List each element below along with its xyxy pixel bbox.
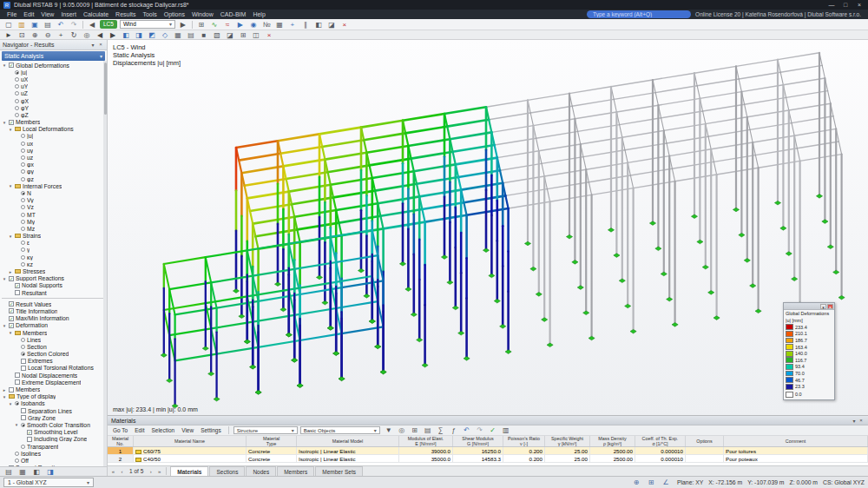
menu-options[interactable]: Options	[161, 10, 188, 19]
table-cell[interactable]: 25.00	[545, 455, 590, 462]
tree-item-r-20[interactable]: Vz	[0, 204, 107, 211]
expander-icon[interactable]: ▾	[14, 422, 19, 427]
minimize-button[interactable]: —	[826, 2, 837, 8]
table-search-icon[interactable]: ◎	[396, 425, 408, 435]
tree-item-d-14[interactable]: ▾Isobands	[0, 400, 107, 407]
last-table-button[interactable]: »	[155, 469, 163, 474]
new-window-icon[interactable]: ⊞	[237, 30, 249, 40]
previous-view-icon[interactable]: ◀	[94, 30, 106, 40]
view-x-icon[interactable]: ◧	[120, 30, 132, 40]
menu-view[interactable]: View	[37, 10, 57, 19]
next-loadcase-button[interactable]: ▶	[177, 20, 189, 30]
tree-item-d-16[interactable]: Gray Zone	[0, 414, 107, 421]
table-cell[interactable]: 0.000010	[635, 455, 686, 462]
tree-item-d-15[interactable]: Separation Lines	[0, 407, 107, 414]
tree-item-r-16[interactable]: φz	[0, 175, 107, 182]
previous-loadcase-button[interactable]: ◀	[86, 20, 98, 30]
view-select[interactable]: 1 - Global XYZ ▾	[3, 478, 94, 487]
table-cell[interactable]: 0.000010	[635, 447, 686, 454]
open-icon[interactable]: ▥	[16, 20, 28, 30]
tree-item-r-32[interactable]: Resultant	[0, 289, 107, 296]
navigator-scrollbar[interactable]	[103, 61, 107, 466]
tree-item-d-9[interactable]: Local Torsional Rotations	[0, 365, 107, 372]
new-icon[interactable]: ▢	[3, 20, 15, 30]
materials-menu-view[interactable]: View	[179, 427, 196, 433]
table-redo-icon[interactable]: ↷	[474, 425, 486, 435]
split-view-icon[interactable]: ◫	[250, 30, 262, 40]
table-cell[interactable]: Pour poteaux	[724, 455, 868, 462]
isometric-view-icon[interactable]: ◇	[159, 30, 171, 40]
analysis-type-select[interactable]: Static Analysis ▾	[2, 51, 105, 61]
tree-item-d-0[interactable]: ✓Result Values	[0, 300, 107, 307]
guidelines-icon[interactable]: ∥	[299, 20, 312, 30]
menu-file[interactable]: File	[3, 10, 20, 19]
previous-table-button[interactable]: ‹	[118, 469, 126, 474]
visibility-icon[interactable]: ◉	[247, 20, 260, 30]
tree-item-r-27[interactable]: κy	[0, 254, 107, 260]
loadcase-select[interactable]: Wind▾	[120, 20, 175, 29]
table-cell[interactable]: Concrete	[247, 455, 297, 462]
materials-menu-goto[interactable]: Go To	[110, 427, 130, 433]
table-cell[interactable]: C60/75	[134, 447, 247, 454]
materials-menu-selection[interactable]: Selection	[148, 427, 177, 433]
view-z-icon[interactable]: ◩	[146, 30, 158, 40]
table-row[interactable]: 1C60/75ConcreteIsotropic | Linear Elasti…	[108, 447, 868, 455]
status-osnap-icon[interactable]: ∠	[660, 478, 672, 487]
tree-item-r-19[interactable]: Vy	[0, 197, 107, 204]
navigator-tab-data[interactable]: ▤	[3, 467, 15, 477]
table-copy-icon[interactable]: ⊞	[409, 425, 421, 435]
expander-icon[interactable]: ▾	[8, 234, 13, 239]
navigator-tab-views[interactable]: ◧	[30, 467, 43, 477]
menu-tools[interactable]: Tools	[139, 10, 160, 19]
table-cell[interactable]: Pour toitures	[724, 447, 868, 454]
table-row[interactable]: 2C40/50ConcreteIsotropic | Linear Elasti…	[108, 455, 868, 463]
tree-item-r-23[interactable]: Mz	[0, 225, 107, 232]
model-viewport[interactable]: LC5 - Wind Static Analysis Displacements…	[108, 40, 868, 415]
loadcase-badge[interactable]: LC5	[100, 20, 117, 29]
tree-item-r-9[interactable]: ▾Local Deformations	[0, 126, 107, 133]
menu-insert[interactable]: Insert	[57, 10, 80, 19]
table-cell[interactable]: 0.200	[503, 447, 545, 454]
tree-item-d-6[interactable]: Section	[0, 343, 107, 350]
tree-item-r-10[interactable]: |u|	[0, 133, 107, 140]
select-icon[interactable]: ►	[3, 30, 15, 40]
structure-3d[interactable]	[108, 40, 868, 415]
expander-icon[interactable]: ▾	[2, 323, 7, 328]
tree-item-r-7[interactable]: φZ	[0, 111, 107, 118]
tree-item-d-21[interactable]: Isolines	[0, 450, 107, 457]
tree-item-r-24[interactable]: ▾Strains	[0, 233, 107, 240]
table-export-icon[interactable]: ▤	[422, 425, 434, 435]
tab-nodes[interactable]: Nodes	[246, 466, 276, 476]
pan-icon[interactable]: +	[55, 30, 67, 40]
tree-item-d-1[interactable]: ✓Title Information	[0, 307, 107, 314]
zoom-all-icon[interactable]: ◎	[81, 30, 93, 40]
table-cell[interactable]	[686, 447, 724, 454]
tree-item-r-8[interactable]: ▾✓Members	[0, 119, 107, 126]
tab-materials[interactable]: Materials	[170, 466, 208, 476]
tree-item-r-5[interactable]: φX	[0, 97, 107, 104]
tree-item-r-21[interactable]: MT	[0, 211, 107, 218]
tree-item-d-8[interactable]: Extremes	[0, 358, 107, 365]
deformation-icon[interactable]: ≈	[221, 20, 233, 30]
tree-item-d-11[interactable]: Extreme Displacement	[0, 379, 107, 386]
table-cell[interactable]: 16250.0	[453, 447, 503, 454]
objects-select[interactable]: Basic Objects▾	[300, 426, 380, 434]
tree-item-r-29[interactable]: ▸Stresses	[0, 267, 107, 274]
zoom-in-icon[interactable]: ⊕	[29, 30, 41, 40]
table-cell[interactable]: Isotropic | Linear Elastic	[297, 447, 399, 454]
materials-menu-edit[interactable]: Edit	[132, 427, 147, 433]
tree-item-d-3[interactable]: ▾✓Deformation	[0, 322, 107, 329]
save-icon[interactable]: ▣	[29, 20, 41, 30]
table-function-icon[interactable]: ƒ	[448, 425, 460, 435]
tree-item-r-15[interactable]: φy	[0, 168, 107, 175]
navigator-tab-results[interactable]: ◨	[44, 467, 56, 477]
redo-icon[interactable]: ↷	[68, 20, 80, 30]
render-mode-icon[interactable]: ◧	[312, 20, 325, 30]
tree-item-r-17[interactable]: ▾Internal Forces	[0, 182, 107, 189]
table-cell[interactable]: 35000.0	[399, 455, 453, 462]
tree-item-d-20[interactable]: Transparent	[0, 443, 107, 450]
table-check-icon[interactable]: ✓	[487, 425, 499, 435]
next-view-icon[interactable]: ▶	[107, 30, 119, 40]
animate-results-icon[interactable]: ▶	[234, 20, 247, 30]
hidden-line-icon[interactable]: ▤	[185, 30, 197, 40]
